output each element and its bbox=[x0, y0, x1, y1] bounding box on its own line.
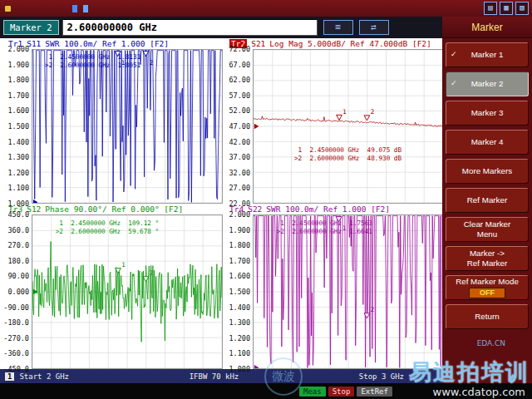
y-tick-label: 1.100 bbox=[7, 185, 29, 192]
trace-plot: 12 1 2.4500000 GHz 109.12 °>2 2.6000000 … bbox=[32, 214, 223, 369]
entry-bar: Marker 2 2.600000000 GHz ≡ ⇄ bbox=[0, 17, 442, 38]
svg-text:2: 2 bbox=[371, 108, 374, 116]
trace-plot: 12 1 2.4500000 GHz 1.8131>2 2.6000000 GH… bbox=[32, 49, 223, 204]
y-tick-label: 57.00 bbox=[229, 92, 250, 100]
softkey-ref-marker[interactable]: Ref Marker bbox=[446, 188, 529, 213]
y-tick-label: 0.000 bbox=[7, 288, 29, 296]
softkey-marker-3[interactable]: Marker 3 bbox=[446, 101, 529, 126]
trace-panel-tr2: Tr2 S21 Log Mag 5.000dB/ Ref 47.000dB [F… bbox=[223, 38, 444, 204]
softkey-label: Return bbox=[475, 312, 499, 322]
y-tick-label: 42.00 bbox=[229, 138, 250, 145]
y-tick-label: 180.0 bbox=[7, 258, 29, 265]
stimulus-entry-field[interactable]: 2.600000000 GHz bbox=[62, 19, 318, 36]
y-tick-label: 360.0 bbox=[7, 226, 29, 234]
trace-panel-tr3: Tr3 S12 Phase 90.00°/ Ref 0.000° [F2] 45… bbox=[2, 204, 223, 369]
softkey-more-markers[interactable]: More Markers bbox=[446, 159, 529, 184]
channel-status-bar: 1 Start 2 GHz IFBW 70 kHz Stop 3 GHz bbox=[0, 369, 442, 383]
softkey-label: More Markers bbox=[462, 166, 512, 176]
entry-toggle-button[interactable]: ⇄ bbox=[359, 20, 389, 35]
y-tick-label: 1.000 bbox=[7, 200, 29, 208]
y-tick-label: 37.00 bbox=[229, 154, 250, 161]
tray-grid-icon[interactable]: ▦ bbox=[500, 2, 513, 15]
softkey-label: Marker 1 bbox=[471, 50, 504, 60]
y-tick-label: -450.0 bbox=[3, 366, 29, 373]
ifbw-label: IFBW 70 kHz bbox=[190, 372, 239, 381]
y-tick-label: 62.00 bbox=[229, 76, 250, 84]
ref-level-icon bbox=[254, 124, 259, 130]
y-tick-label: 450.0 bbox=[7, 211, 29, 219]
marker-on-icon: ✓ bbox=[451, 50, 457, 59]
trace-parameter: S21 bbox=[251, 39, 265, 48]
y-tick-label: 1.200 bbox=[229, 335, 250, 342]
start-frequency-label: Start 2 GHz bbox=[19, 372, 69, 381]
marker-1[interactable]: 1 bbox=[337, 108, 347, 121]
y-tick-label: 27.00 bbox=[229, 185, 250, 192]
ref-marker-mode-state: OFF bbox=[469, 288, 505, 298]
y-tick-label: 90.00 bbox=[7, 273, 29, 280]
y-tick-label: 1.700 bbox=[229, 258, 250, 265]
softkey-marker-to-ref-marker[interactable]: Marker ->Ref Marker bbox=[446, 246, 529, 271]
softkey-label: Marker 2 bbox=[471, 79, 504, 89]
entry-menu-button[interactable]: ≡ bbox=[323, 20, 353, 35]
y-tick-label: 1.400 bbox=[229, 303, 250, 311]
y-tick-label: 1.000 bbox=[229, 366, 250, 373]
vna-screen: ▤ ▦ ▧ Marker 2 2.600000000 GHz ≡ ⇄ Marke… bbox=[0, 0, 532, 399]
softkey-marker-2[interactable]: ✓Marker 2 bbox=[446, 71, 529, 96]
softkey-menu-title: Marker bbox=[442, 17, 532, 38]
trace-plot: 12 1 2.4500000 GHz 49.075 dB>2 2.6000000… bbox=[253, 49, 444, 204]
system-tray: ▤ ▦ ▧ bbox=[484, 2, 529, 15]
svg-text:1: 1 bbox=[121, 261, 126, 268]
trace-panel-tr4: Tr4 S22 SWR 100.0m/ Ref 1.000 [F2] 2.000… bbox=[223, 204, 444, 369]
y-tick-label: 22.00 bbox=[229, 200, 250, 208]
marker-2[interactable]: 2 bbox=[364, 108, 374, 121]
y-tick-label: 1.500 bbox=[229, 288, 250, 296]
trace-header: Tr2 S21 Log Mag 5.000dB/ Ref 47.000dB [F… bbox=[223, 38, 444, 49]
instrument-status-bar: MeasStopExtRef bbox=[0, 383, 532, 399]
y-tick-label: 2.000 bbox=[7, 46, 29, 53]
indicator-icon bbox=[72, 5, 77, 12]
trace-header: Tr1 S11 SWR 100.0m/ Ref 1.000 [F2] bbox=[2, 38, 223, 49]
softkey-list: ✓Marker 1✓Marker 2Marker 3Marker 4More M… bbox=[442, 38, 532, 369]
status-badge-extref: ExtRef bbox=[357, 387, 392, 397]
softkey-label: Marker 4 bbox=[471, 137, 504, 147]
softkey-ref-marker-mode[interactable]: Ref Marker ModeOFF bbox=[446, 275, 529, 300]
y-tick-label: -360.0 bbox=[3, 350, 29, 357]
softkey-marker-1[interactable]: ✓Marker 1 bbox=[446, 42, 529, 67]
softkey-label: Marker ->Ref Marker bbox=[467, 249, 507, 268]
y-tick-label: 1.400 bbox=[7, 138, 29, 145]
y-tick-label: 67.00 bbox=[229, 61, 250, 68]
trace-plot: 12 1 2.4500000 GHz 1.7563>2 2.6000000 GH… bbox=[253, 214, 444, 369]
y-tick-label: 2.000 bbox=[229, 211, 250, 219]
softkey-clear-marker-menu[interactable]: Clear MarkerMenu bbox=[446, 217, 529, 242]
y-tick-label: 1.300 bbox=[7, 154, 29, 161]
y-tick-label: -90.00 bbox=[3, 303, 29, 311]
trace-format: Log Mag 5.000dB/ Ref 47.000dB [F2] bbox=[269, 39, 431, 48]
y-tick-label: 1.800 bbox=[229, 242, 250, 249]
y-tick-label: -270.0 bbox=[3, 335, 29, 342]
softkey-label: Ref Marker bbox=[467, 195, 507, 205]
svg-text:1: 1 bbox=[342, 108, 347, 116]
svg-text:2: 2 bbox=[150, 58, 153, 66]
status-badges: MeasStopExtRef bbox=[299, 387, 392, 397]
status-badge-meas: Meas bbox=[299, 387, 326, 397]
marker-readout-line: >2 2.6000000 GHz 48.930 dB bbox=[294, 154, 401, 161]
marker-1[interactable]: 1 bbox=[116, 261, 126, 273]
marker-readout-line: 1 2.4500000 GHz 109.12 ° bbox=[56, 219, 159, 227]
softkey-label: Ref Marker Mode bbox=[456, 277, 519, 287]
active-function-chip[interactable]: Marker 2 bbox=[3, 20, 59, 35]
status-led-icon bbox=[5, 6, 11, 12]
indicator-icon bbox=[83, 5, 88, 12]
sidebar-footer bbox=[442, 369, 532, 383]
softkey-return[interactable]: Return bbox=[446, 304, 529, 329]
marker-readout-line: 1 2.4500000 GHz 1.8131 bbox=[45, 53, 141, 61]
softkey-marker-4[interactable]: Marker 4 bbox=[446, 130, 529, 155]
y-tick-label: 1.200 bbox=[7, 170, 29, 177]
svg-text:2: 2 bbox=[150, 269, 153, 277]
tray-panel-icon[interactable]: ▧ bbox=[515, 2, 529, 15]
marker-readout-line: >2 2.6000000 GHz 1.8051 bbox=[45, 62, 141, 69]
marker-on-icon: ✓ bbox=[451, 79, 457, 88]
softkey-label: Marker 3 bbox=[471, 108, 504, 118]
y-tick-label: 1.900 bbox=[7, 61, 29, 68]
tray-window-icon[interactable]: ▤ bbox=[484, 2, 497, 15]
marker-readout-line: 1 2.4500000 GHz 1.7563 bbox=[277, 219, 373, 227]
